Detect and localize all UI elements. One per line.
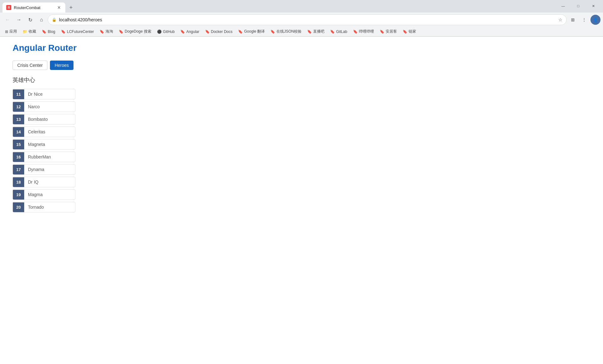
bookmark-lianjia-label: 链家: [409, 29, 416, 34]
nav-tabs: Crisis Center Heroes: [13, 61, 590, 70]
hero-item[interactable]: 15 Magneta: [13, 139, 75, 150]
dogedoge-icon: 🔖: [119, 29, 123, 34]
bookmark-apps-label: 应用: [9, 29, 17, 34]
reload-button[interactable]: ↻: [25, 15, 35, 25]
anjushu-icon: 🔖: [380, 29, 384, 34]
hero-number: 19: [13, 190, 24, 200]
extensions-button[interactable]: ⊞: [568, 15, 578, 25]
hero-item[interactable]: 13 Bombasto: [13, 114, 75, 125]
new-tab-button[interactable]: +: [67, 3, 75, 12]
hero-name: Tornado: [24, 202, 75, 212]
bookmark-dogedoge[interactable]: 🔖 DogeDoge 搜索: [116, 28, 154, 35]
bookmark-anjushu[interactable]: 🔖 安居客: [377, 28, 399, 35]
hero-item[interactable]: 18 Dr IQ: [13, 177, 75, 187]
bookmark-dogedoge-label: DogeDoge 搜索: [125, 29, 151, 34]
bookmark-haihai-label: 海淘: [106, 29, 113, 34]
back-button[interactable]: ←: [3, 15, 13, 25]
hero-item[interactable]: 14 Celeritas: [13, 126, 75, 137]
window-controls: — □ ✕: [553, 0, 603, 13]
hero-number: 11: [13, 89, 24, 99]
blog-icon: 🔖: [42, 29, 46, 34]
bookmark-google-translate[interactable]: 🔖 Google 翻译: [236, 28, 267, 35]
forward-button[interactable]: →: [14, 15, 24, 25]
hero-item[interactable]: 20 Tornado: [13, 202, 75, 212]
bookmark-haihai[interactable]: 🔖 海淘: [97, 28, 116, 35]
bookmark-zhibo-label: 直播吧: [313, 29, 324, 34]
haihai-icon: 🔖: [100, 29, 104, 34]
tab-close-button[interactable]: ✕: [57, 5, 62, 10]
bibi-icon: 🔖: [353, 29, 358, 34]
hero-item[interactable]: 19 Magma: [13, 189, 75, 200]
tab-title: RouterCombat: [14, 5, 54, 10]
bookmark-json[interactable]: 🔖 在线JSON校验: [268, 28, 304, 35]
lcfuture-icon: 🔖: [61, 29, 66, 34]
hero-number: 13: [13, 115, 24, 124]
maximize-button[interactable]: □: [571, 1, 585, 11]
bookmark-github[interactable]: ⚫ GitHub: [155, 29, 177, 35]
bookmark-json-label: 在线JSON校验: [276, 29, 302, 34]
bookmark-angular[interactable]: 🔖 Angular: [178, 29, 202, 35]
bookmark-blog[interactable]: 🔖 Blog: [39, 29, 58, 35]
hero-item[interactable]: 16 RubberMan: [13, 152, 75, 162]
bookmark-zhibo[interactable]: 🔖 直播吧: [305, 28, 327, 35]
hero-number: 15: [13, 140, 24, 149]
bookmark-favorites[interactable]: 📁 收藏: [20, 28, 39, 35]
tab-favicon: R: [6, 5, 11, 10]
hero-name: Dynama: [24, 164, 75, 174]
bookmarks-bar: ⊞ 应用 📁 收藏 🔖 Blog 🔖 LCFutureCenter 🔖 海淘 🔖…: [0, 27, 603, 36]
heroes-list: 11 Dr Nice 12 Narco 13 Bombasto 14 Celer…: [13, 89, 75, 212]
lock-icon: 🔒: [52, 18, 57, 22]
json-icon: 🔖: [270, 29, 275, 34]
profile-button[interactable]: 👤: [590, 15, 600, 25]
lianjia-icon: 🔖: [403, 29, 407, 34]
bookmark-bibi[interactable]: 🔖 哔哩哔哩: [350, 28, 377, 35]
docker-icon: 🔖: [205, 29, 210, 34]
hero-number: 16: [13, 152, 24, 162]
browser-tab[interactable]: R RouterCombat ✕: [3, 3, 65, 13]
hero-number: 12: [13, 102, 24, 112]
address-bar[interactable]: 🔒 localhost:4200/heroes ☆: [48, 14, 567, 25]
tab-heroes[interactable]: Heroes: [50, 61, 73, 70]
hero-name: Magneta: [24, 139, 75, 149]
home-button[interactable]: ⌂: [36, 15, 46, 25]
hero-number: 17: [13, 165, 24, 174]
bookmark-docker-label: Docker Docs: [211, 29, 233, 34]
bookmark-lianjia[interactable]: 🔖 链家: [400, 28, 419, 35]
hero-number: 20: [13, 202, 24, 212]
hero-name: RubberMan: [24, 152, 75, 162]
bookmark-star-icon[interactable]: ☆: [558, 17, 562, 22]
settings-button[interactable]: ⋮: [579, 15, 589, 25]
hero-name: Narco: [24, 102, 75, 112]
hero-item[interactable]: 12 Narco: [13, 101, 75, 112]
close-button[interactable]: ✕: [586, 1, 600, 11]
bookmark-lcfuture[interactable]: 🔖 LCFutureCenter: [58, 29, 96, 35]
hero-number: 14: [13, 127, 24, 137]
bookmark-lcfuture-label: LCFutureCenter: [67, 29, 94, 34]
bookmark-gitlab[interactable]: 🔖 GitLab: [328, 29, 350, 35]
bookmark-bibi-label: 哔哩哔哩: [359, 29, 374, 34]
page-content: Angular Router Crisis Center Heroes 英雄中心…: [0, 37, 603, 219]
translate-icon: 🔖: [238, 29, 243, 34]
angular-icon: 🔖: [180, 29, 185, 34]
bookmark-docker[interactable]: 🔖 Docker Docs: [203, 29, 235, 35]
hero-item[interactable]: 11 Dr Nice: [13, 89, 75, 99]
bookmark-apps[interactable]: ⊞ 应用: [3, 28, 19, 35]
github-icon: ⚫: [157, 29, 162, 34]
bookmark-translate-label: Google 翻译: [244, 29, 265, 34]
toolbar-icons: ⊞ ⋮ 👤: [568, 15, 600, 25]
bookmark-favorites-label: 收藏: [29, 29, 36, 34]
bookmark-anjushu-label: 安居客: [386, 29, 397, 34]
bookmark-blog-label: Blog: [48, 29, 55, 34]
section-title: 英雄中心: [13, 76, 590, 84]
tab-crisis-center[interactable]: Crisis Center: [13, 61, 47, 70]
gitlab-icon: 🔖: [330, 29, 335, 34]
hero-name: Celeritas: [24, 127, 75, 137]
hero-name: Magma: [24, 190, 75, 200]
hero-item[interactable]: 17 Dynama: [13, 164, 75, 175]
hero-number: 18: [13, 177, 24, 187]
folder-icon: 📁: [23, 29, 27, 34]
bookmark-angular-label: Angular: [186, 29, 199, 34]
hero-name: Bombasto: [24, 114, 75, 124]
apps-icon: ⊞: [5, 29, 8, 34]
minimize-button[interactable]: —: [556, 1, 570, 11]
